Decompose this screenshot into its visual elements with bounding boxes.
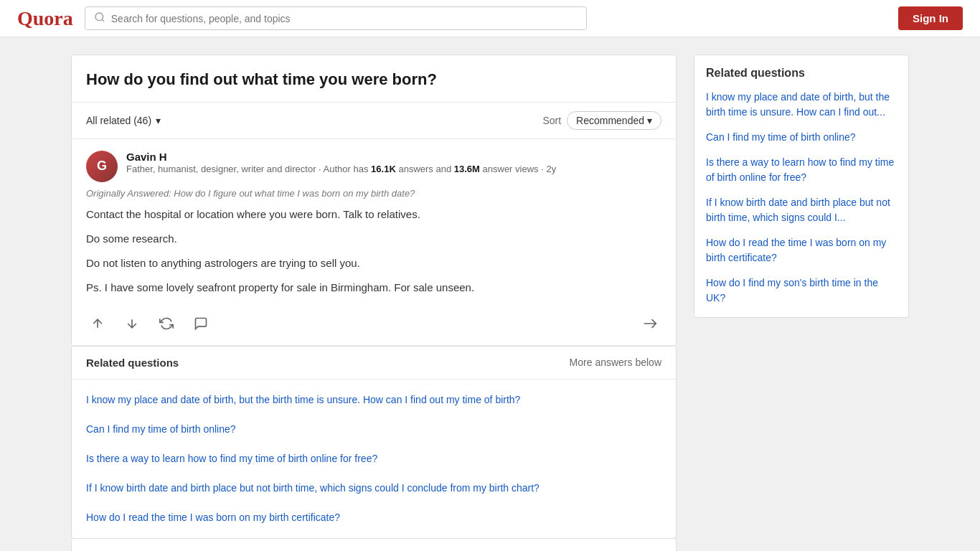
upvote-button[interactable]: [86, 314, 109, 334]
list-item: Is there a way to learn how to find my t…: [72, 444, 676, 474]
chevron-down-icon: ▾: [647, 115, 652, 126]
signin-button[interactable]: Sign In: [898, 6, 963, 30]
answer-para-4: Ps. I have some lovely seafront property…: [86, 279, 661, 296]
sidebar-link-3[interactable]: Is there a way to learn how to find my t…: [706, 156, 894, 183]
list-item: Is there a way to learn how to find my t…: [706, 155, 897, 185]
answer-para-1: Contact the hospital or location where y…: [86, 206, 661, 223]
filter-bar: All related (46) ▾ Sort Recommended ▾: [72, 103, 676, 139]
sort-controls: Sort Recommended ▾: [542, 111, 661, 130]
list-item: I know my place and date of birth, but t…: [706, 90, 897, 120]
page-content: How do you find out what time you were b…: [60, 37, 920, 551]
recommended-label: Recommended: [576, 115, 644, 126]
search-input[interactable]: [111, 13, 578, 24]
question-card: How do you find out what time you were b…: [71, 55, 677, 347]
avatar-image: G: [86, 151, 118, 182]
more-answers-label: More answers below: [570, 357, 661, 368]
related-inline-title: Related questions: [86, 357, 179, 369]
recommended-dropdown[interactable]: Recommended ▾: [567, 111, 661, 130]
sidebar-link-4[interactable]: If I know birth date and birth place but…: [706, 197, 890, 223]
partial-card: [71, 539, 677, 551]
author-name[interactable]: Gavin H: [126, 151, 661, 163]
list-item: How do I read the time I was born on my …: [72, 503, 676, 532]
list-item: I know my place and date of birth, but t…: [72, 385, 676, 415]
sidebar-link-5[interactable]: How do I read the time I was born on my …: [706, 237, 886, 263]
all-related-label: All related (46): [86, 115, 151, 126]
answer-text: Contact the hospital or location where y…: [86, 206, 661, 296]
author-row: G Gavin H Father, humanist, designer, wr…: [86, 151, 661, 182]
related-sidebar-title: Related questions: [706, 67, 897, 80]
related-link-4[interactable]: If I know birth date and birth place but…: [86, 482, 540, 494]
header: Quora Sign In: [0, 0, 980, 37]
views-count: 13.6M: [454, 164, 480, 174]
sidebar-link-2[interactable]: Can I find my time of birth online?: [706, 131, 856, 143]
answer-para-3: Do not listen to anything astrologers ar…: [86, 255, 661, 272]
list-item: Can I find my time of birth online?: [72, 415, 676, 444]
list-item: How do I read the time I was born on my …: [706, 235, 897, 265]
answers-count: 16.1K: [371, 164, 396, 174]
answer-para-2: Do some research.: [86, 230, 661, 248]
related-sidebar: Related questions I know my place and da…: [694, 55, 909, 318]
sidebar-link-6[interactable]: How do I find my son's birth time in the…: [706, 277, 878, 303]
question-title: How do you find out what time you were b…: [72, 55, 676, 103]
related-inline-header: Related questions More answers below: [72, 347, 676, 380]
related-link-1[interactable]: I know my place and date of birth, but t…: [86, 394, 520, 405]
related-link-5[interactable]: How do I read the time I was born on my …: [86, 512, 340, 523]
comment-button[interactable]: [189, 314, 212, 334]
list-item: Can I find my time of birth online?: [706, 130, 897, 145]
related-link-2[interactable]: Can I find my time of birth online?: [86, 423, 236, 435]
chevron-down-icon: ▾: [156, 115, 161, 126]
related-inline-list: I know my place and date of birth, but t…: [72, 380, 676, 538]
search-bar: [85, 6, 587, 30]
svg-point-0: [95, 13, 103, 21]
list-item: If I know birth date and birth place but…: [706, 195, 897, 225]
originally-answered: Originally Answered: How do I figure out…: [86, 188, 661, 199]
refresh-button[interactable]: [155, 314, 178, 334]
sidebar: Related questions I know my place and da…: [694, 55, 909, 551]
all-related-filter[interactable]: All related (46) ▾: [86, 115, 161, 126]
sidebar-link-1[interactable]: I know my place and date of birth, but t…: [706, 91, 890, 118]
author-bio: Father, humanist, designer, writer and d…: [126, 163, 661, 176]
downvote-button[interactable]: [121, 314, 143, 334]
avatar: G: [86, 151, 118, 182]
main-column: How do you find out what time you were b…: [71, 55, 677, 551]
list-item: How do I find my son's birth time in the…: [706, 276, 897, 306]
svg-line-1: [102, 19, 104, 22]
answer-card: G Gavin H Father, humanist, designer, wr…: [72, 139, 676, 346]
sort-label: Sort: [542, 115, 561, 126]
action-bar: [86, 306, 661, 334]
author-info: Gavin H Father, humanist, designer, writ…: [126, 151, 661, 176]
list-item: If I know birth date and birth place but…: [72, 474, 676, 503]
search-icon: [94, 11, 105, 25]
logo[interactable]: Quora: [17, 7, 73, 30]
share-button[interactable]: [639, 314, 661, 334]
related-questions-inline: Related questions More answers below I k…: [71, 347, 677, 539]
related-link-3[interactable]: Is there a way to learn how to find my t…: [86, 453, 377, 464]
